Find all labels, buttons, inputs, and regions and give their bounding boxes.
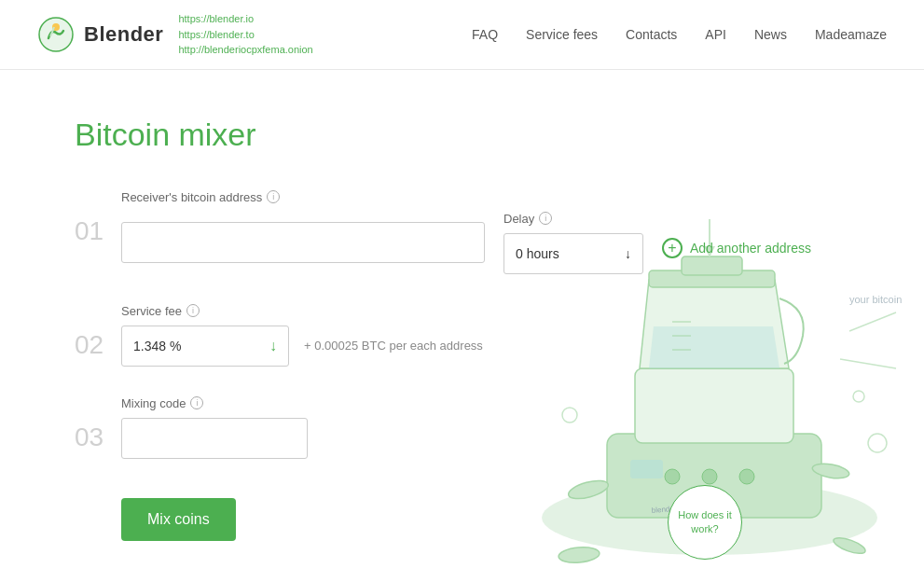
step3-label: Mixing code i — [121, 396, 887, 410]
delay-value: 0 hours — [516, 246, 559, 261]
delay-dropdown-arrow: ↓ — [625, 246, 631, 261]
step1-field-group: Receiver's bitcoin address i Delay i 0 h… — [121, 190, 887, 274]
step2-inputs: 1.348 % ↓ + 0.00025 BTC per each address — [121, 326, 887, 367]
fee-dropdown-arrow: ↓ — [269, 338, 277, 354]
delay-label: Delay i — [503, 212, 643, 226]
main-nav: FAQ Service fees Contacts API News Madea… — [472, 27, 887, 42]
svg-point-16 — [558, 546, 600, 564]
nav-madeamaze[interactable]: Madeamaze — [815, 27, 887, 42]
logo-area: Blender https://blender.io https://blend… — [37, 11, 313, 58]
nav-service-fees[interactable]: Service fees — [526, 27, 598, 42]
mixer-form: 01 Receiver's bitcoin address i Delay i … — [75, 190, 887, 541]
fee-value: 1.348 % — [133, 339, 181, 353]
step2-label: Service fee i — [121, 304, 887, 318]
step1-number: 01 — [75, 190, 121, 246]
step2-row: 02 Service fee i 1.348 % ↓ + 0.00025 BTC… — [75, 304, 887, 367]
delay-group: Delay i 0 hours ↓ — [503, 212, 643, 274]
page-title: Bitcoin mixer — [75, 117, 887, 153]
step1-row: 01 Receiver's bitcoin address i Delay i … — [75, 190, 887, 274]
svg-point-0 — [39, 18, 73, 51]
add-address-label: Add another address — [690, 241, 811, 256]
site-header: Blender https://blender.io https://blend… — [0, 0, 924, 70]
delay-info-icon[interactable]: i — [539, 212, 552, 225]
nav-api[interactable]: API — [705, 27, 726, 42]
how-does-it-work-bubble[interactable]: How does it work? — [668, 485, 742, 560]
add-circle-icon: + — [662, 238, 683, 258]
nav-contacts[interactable]: Contacts — [626, 27, 677, 42]
step2-field-group: Service fee i 1.348 % ↓ + 0.00025 BTC pe… — [121, 304, 887, 367]
step1-info-icon[interactable]: i — [267, 190, 280, 203]
logo-text: Blender — [84, 22, 163, 47]
step3-info-icon[interactable]: i — [190, 396, 203, 409]
step1-label: Receiver's bitcoin address i — [121, 190, 887, 204]
step3-row: 03 Mixing code i — [75, 396, 887, 459]
step3-number: 03 — [75, 396, 121, 452]
fee-note: + 0.00025 BTC per each address — [304, 339, 483, 353]
step2-info-icon[interactable]: i — [186, 304, 200, 317]
main-content: Bitcoin mixer 01 Receiver's bitcoin addr… — [0, 70, 924, 583]
mixing-code-input[interactable] — [121, 418, 308, 459]
add-address-button[interactable]: + Add another address — [662, 227, 811, 258]
service-fee-select[interactable]: 1.348 % ↓ — [121, 326, 289, 367]
nav-news[interactable]: News — [754, 27, 787, 42]
logo-urls: https://blender.io https://blender.to ht… — [178, 11, 312, 58]
nav-faq[interactable]: FAQ — [472, 27, 498, 42]
delay-select[interactable]: 0 hours ↓ — [503, 233, 643, 274]
mix-coins-button[interactable]: Mix coins — [121, 498, 236, 541]
step3-field-group: Mixing code i — [121, 396, 887, 459]
blender-logo-icon — [37, 16, 75, 53]
step2-number: 02 — [75, 304, 121, 360]
bitcoin-address-input[interactable] — [121, 222, 485, 263]
step1-inputs: Delay i 0 hours ↓ + Add another address — [121, 212, 887, 274]
